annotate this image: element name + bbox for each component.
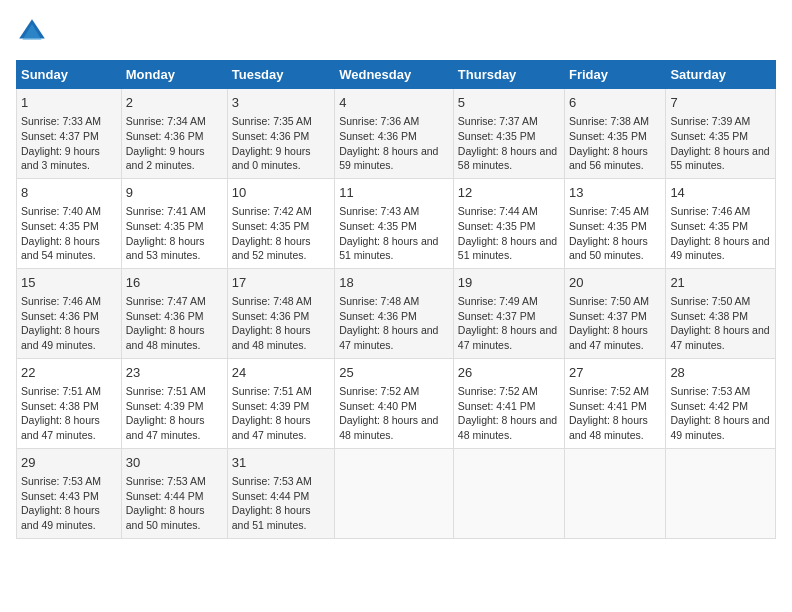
day-number: 15 <box>21 274 117 292</box>
day-number: 9 <box>126 184 223 202</box>
day-info: Sunrise: 7:47 AM Sunset: 4:36 PM Dayligh… <box>126 294 223 353</box>
day-number: 20 <box>569 274 661 292</box>
calendar-week-row: 29 Sunrise: 7:53 AM Sunset: 4:43 PM Dayl… <box>17 448 776 538</box>
calendar-cell: 16 Sunrise: 7:47 AM Sunset: 4:36 PM Dayl… <box>121 268 227 358</box>
day-number: 23 <box>126 364 223 382</box>
day-number: 7 <box>670 94 771 112</box>
calendar-cell: 4 Sunrise: 7:36 AM Sunset: 4:36 PM Dayli… <box>335 89 454 179</box>
col-header-wednesday: Wednesday <box>335 61 454 89</box>
day-number: 21 <box>670 274 771 292</box>
day-info: Sunrise: 7:50 AM Sunset: 4:38 PM Dayligh… <box>670 294 771 353</box>
calendar-cell: 20 Sunrise: 7:50 AM Sunset: 4:37 PM Dayl… <box>565 268 666 358</box>
day-number: 2 <box>126 94 223 112</box>
day-info: Sunrise: 7:36 AM Sunset: 4:36 PM Dayligh… <box>339 114 449 173</box>
calendar-cell: 26 Sunrise: 7:52 AM Sunset: 4:41 PM Dayl… <box>453 358 564 448</box>
day-info: Sunrise: 7:34 AM Sunset: 4:36 PM Dayligh… <box>126 114 223 173</box>
day-info: Sunrise: 7:53 AM Sunset: 4:44 PM Dayligh… <box>126 474 223 533</box>
day-info: Sunrise: 7:43 AM Sunset: 4:35 PM Dayligh… <box>339 204 449 263</box>
day-info: Sunrise: 7:37 AM Sunset: 4:35 PM Dayligh… <box>458 114 560 173</box>
calendar-cell: 1 Sunrise: 7:33 AM Sunset: 4:37 PM Dayli… <box>17 89 122 179</box>
day-info: Sunrise: 7:51 AM Sunset: 4:38 PM Dayligh… <box>21 384 117 443</box>
day-number: 17 <box>232 274 330 292</box>
day-number: 12 <box>458 184 560 202</box>
day-info: Sunrise: 7:53 AM Sunset: 4:44 PM Dayligh… <box>232 474 330 533</box>
calendar-week-row: 15 Sunrise: 7:46 AM Sunset: 4:36 PM Dayl… <box>17 268 776 358</box>
day-info: Sunrise: 7:48 AM Sunset: 4:36 PM Dayligh… <box>232 294 330 353</box>
day-info: Sunrise: 7:52 AM Sunset: 4:41 PM Dayligh… <box>458 384 560 443</box>
calendar-cell: 22 Sunrise: 7:51 AM Sunset: 4:38 PM Dayl… <box>17 358 122 448</box>
day-number: 25 <box>339 364 449 382</box>
calendar-cell: 9 Sunrise: 7:41 AM Sunset: 4:35 PM Dayli… <box>121 178 227 268</box>
col-header-friday: Friday <box>565 61 666 89</box>
day-info: Sunrise: 7:53 AM Sunset: 4:42 PM Dayligh… <box>670 384 771 443</box>
day-info: Sunrise: 7:38 AM Sunset: 4:35 PM Dayligh… <box>569 114 661 173</box>
calendar-cell: 5 Sunrise: 7:37 AM Sunset: 4:35 PM Dayli… <box>453 89 564 179</box>
page-header <box>16 16 776 48</box>
calendar-cell <box>453 448 564 538</box>
day-info: Sunrise: 7:41 AM Sunset: 4:35 PM Dayligh… <box>126 204 223 263</box>
day-number: 11 <box>339 184 449 202</box>
calendar-cell: 25 Sunrise: 7:52 AM Sunset: 4:40 PM Dayl… <box>335 358 454 448</box>
col-header-saturday: Saturday <box>666 61 776 89</box>
day-info: Sunrise: 7:40 AM Sunset: 4:35 PM Dayligh… <box>21 204 117 263</box>
day-number: 5 <box>458 94 560 112</box>
day-info: Sunrise: 7:52 AM Sunset: 4:40 PM Dayligh… <box>339 384 449 443</box>
calendar-cell: 31 Sunrise: 7:53 AM Sunset: 4:44 PM Dayl… <box>227 448 334 538</box>
calendar-cell: 12 Sunrise: 7:44 AM Sunset: 4:35 PM Dayl… <box>453 178 564 268</box>
calendar-cell: 21 Sunrise: 7:50 AM Sunset: 4:38 PM Dayl… <box>666 268 776 358</box>
col-header-tuesday: Tuesday <box>227 61 334 89</box>
day-number: 4 <box>339 94 449 112</box>
day-info: Sunrise: 7:44 AM Sunset: 4:35 PM Dayligh… <box>458 204 560 263</box>
calendar-cell: 29 Sunrise: 7:53 AM Sunset: 4:43 PM Dayl… <box>17 448 122 538</box>
day-info: Sunrise: 7:39 AM Sunset: 4:35 PM Dayligh… <box>670 114 771 173</box>
calendar-cell: 27 Sunrise: 7:52 AM Sunset: 4:41 PM Dayl… <box>565 358 666 448</box>
day-number: 28 <box>670 364 771 382</box>
day-number: 6 <box>569 94 661 112</box>
calendar-cell: 18 Sunrise: 7:48 AM Sunset: 4:36 PM Dayl… <box>335 268 454 358</box>
calendar-cell: 7 Sunrise: 7:39 AM Sunset: 4:35 PM Dayli… <box>666 89 776 179</box>
day-number: 14 <box>670 184 771 202</box>
day-info: Sunrise: 7:46 AM Sunset: 4:35 PM Dayligh… <box>670 204 771 263</box>
calendar-cell: 19 Sunrise: 7:49 AM Sunset: 4:37 PM Dayl… <box>453 268 564 358</box>
calendar-cell: 3 Sunrise: 7:35 AM Sunset: 4:36 PM Dayli… <box>227 89 334 179</box>
col-header-monday: Monday <box>121 61 227 89</box>
day-number: 31 <box>232 454 330 472</box>
day-info: Sunrise: 7:50 AM Sunset: 4:37 PM Dayligh… <box>569 294 661 353</box>
day-info: Sunrise: 7:35 AM Sunset: 4:36 PM Dayligh… <box>232 114 330 173</box>
calendar-cell: 23 Sunrise: 7:51 AM Sunset: 4:39 PM Dayl… <box>121 358 227 448</box>
logo-icon <box>16 16 48 48</box>
day-info: Sunrise: 7:46 AM Sunset: 4:36 PM Dayligh… <box>21 294 117 353</box>
day-number: 22 <box>21 364 117 382</box>
day-info: Sunrise: 7:45 AM Sunset: 4:35 PM Dayligh… <box>569 204 661 263</box>
calendar-cell <box>335 448 454 538</box>
day-number: 3 <box>232 94 330 112</box>
calendar-cell: 28 Sunrise: 7:53 AM Sunset: 4:42 PM Dayl… <box>666 358 776 448</box>
calendar-cell: 14 Sunrise: 7:46 AM Sunset: 4:35 PM Dayl… <box>666 178 776 268</box>
calendar-cell <box>565 448 666 538</box>
day-info: Sunrise: 7:49 AM Sunset: 4:37 PM Dayligh… <box>458 294 560 353</box>
day-number: 29 <box>21 454 117 472</box>
day-number: 30 <box>126 454 223 472</box>
calendar-cell: 6 Sunrise: 7:38 AM Sunset: 4:35 PM Dayli… <box>565 89 666 179</box>
day-number: 26 <box>458 364 560 382</box>
col-header-thursday: Thursday <box>453 61 564 89</box>
calendar-cell: 10 Sunrise: 7:42 AM Sunset: 4:35 PM Dayl… <box>227 178 334 268</box>
calendar-cell: 8 Sunrise: 7:40 AM Sunset: 4:35 PM Dayli… <box>17 178 122 268</box>
logo <box>16 16 52 48</box>
calendar-cell: 24 Sunrise: 7:51 AM Sunset: 4:39 PM Dayl… <box>227 358 334 448</box>
day-number: 1 <box>21 94 117 112</box>
calendar-header-row: SundayMondayTuesdayWednesdayThursdayFrid… <box>17 61 776 89</box>
day-info: Sunrise: 7:52 AM Sunset: 4:41 PM Dayligh… <box>569 384 661 443</box>
col-header-sunday: Sunday <box>17 61 122 89</box>
day-info: Sunrise: 7:42 AM Sunset: 4:35 PM Dayligh… <box>232 204 330 263</box>
day-number: 8 <box>21 184 117 202</box>
day-info: Sunrise: 7:51 AM Sunset: 4:39 PM Dayligh… <box>232 384 330 443</box>
day-number: 24 <box>232 364 330 382</box>
day-info: Sunrise: 7:51 AM Sunset: 4:39 PM Dayligh… <box>126 384 223 443</box>
calendar-cell: 30 Sunrise: 7:53 AM Sunset: 4:44 PM Dayl… <box>121 448 227 538</box>
day-info: Sunrise: 7:53 AM Sunset: 4:43 PM Dayligh… <box>21 474 117 533</box>
calendar-cell: 11 Sunrise: 7:43 AM Sunset: 4:35 PM Dayl… <box>335 178 454 268</box>
calendar-cell: 13 Sunrise: 7:45 AM Sunset: 4:35 PM Dayl… <box>565 178 666 268</box>
day-number: 18 <box>339 274 449 292</box>
calendar-cell: 17 Sunrise: 7:48 AM Sunset: 4:36 PM Dayl… <box>227 268 334 358</box>
